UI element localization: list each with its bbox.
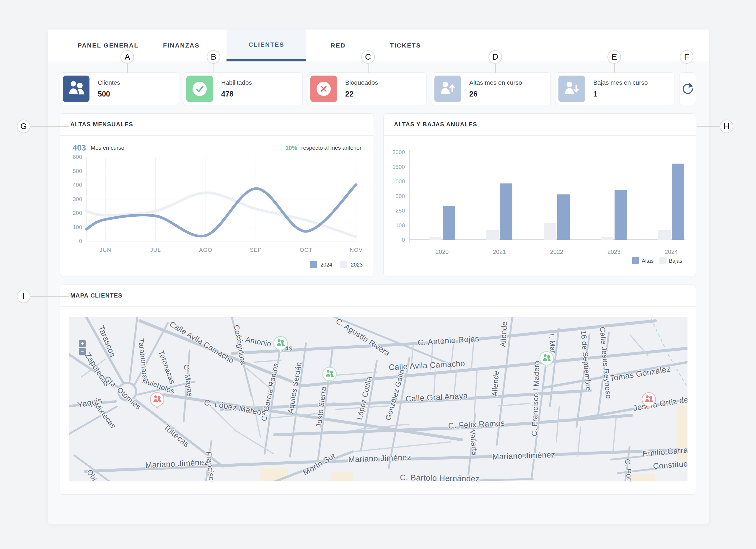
bar-bajas-2023 bbox=[601, 237, 613, 240]
tab-red[interactable]: RED bbox=[328, 30, 349, 61]
svg-text:2024: 2024 bbox=[320, 262, 332, 268]
bar-altas-2024 bbox=[672, 164, 684, 240]
person-down-icon bbox=[558, 76, 585, 102]
bar-altas-2022 bbox=[557, 195, 570, 240]
annotation-marker-I: I bbox=[17, 289, 30, 303]
zoom-out-button[interactable]: − bbox=[79, 348, 86, 355]
clients-map[interactable]: TarascosZapotecasTarahumarasTotonacasHui… bbox=[69, 317, 687, 481]
annotation-line-F bbox=[687, 64, 687, 73]
svg-text:600: 600 bbox=[73, 155, 82, 160]
line-chart-title: ALTAS MENSUALES bbox=[60, 114, 374, 136]
svg-text:300: 300 bbox=[73, 196, 82, 202]
arrow-up-icon: ↑ bbox=[280, 145, 283, 151]
svg-text:AGO: AGO bbox=[199, 247, 212, 253]
annotation-line-C bbox=[368, 64, 369, 73]
annotation-line-I bbox=[30, 296, 69, 297]
bar-bajas-2021 bbox=[486, 230, 499, 240]
tab-finanzas[interactable]: FINANZAS bbox=[160, 30, 203, 61]
svg-text:0: 0 bbox=[402, 237, 405, 243]
annotation-line-B bbox=[214, 64, 214, 73]
map-title: MAPA CLIENTES bbox=[60, 285, 696, 307]
stat-label: Clientes bbox=[98, 79, 120, 86]
bar-altas-2023 bbox=[615, 190, 627, 240]
svg-text:JUN: JUN bbox=[100, 247, 111, 253]
kpi-current-label: Mes en curso bbox=[91, 145, 124, 151]
street-label: I. Mar bbox=[548, 333, 558, 354]
kpi-delta-value: 10% bbox=[285, 145, 297, 152]
stat-card-altas-mes-en-curso: Altas mes en curso 26 bbox=[431, 72, 551, 105]
svg-text:250: 250 bbox=[395, 208, 405, 214]
svg-text:2000: 2000 bbox=[392, 149, 405, 155]
stat-value: 26 bbox=[469, 90, 522, 98]
bar-bajas-2020 bbox=[429, 237, 441, 240]
altas-bajas-anuales-card: ALTAS Y BAJAS ANUALES 010025050010001500… bbox=[383, 113, 696, 276]
mapa-clientes-card: MAPA CLIENTES TarascosZapotecasTarahumar… bbox=[60, 284, 696, 495]
annotation-marker-H: H bbox=[720, 120, 733, 133]
stat-value: 478 bbox=[221, 90, 252, 98]
refresh-icon bbox=[681, 82, 695, 96]
map-canvas: TarascosZapotecasTarahumarasTotonacasHui… bbox=[69, 317, 687, 481]
refresh-button[interactable] bbox=[679, 72, 696, 105]
stat-card-habilitados: Habilitados 478 bbox=[183, 72, 303, 105]
map-zoom-control: + − bbox=[79, 340, 86, 355]
annotation-marker-F: F bbox=[680, 50, 693, 64]
stat-label: Habilitados bbox=[221, 79, 252, 86]
line-chart: 0100200300400500600JUNJULAGOSEPOCTNOV202… bbox=[60, 155, 374, 276]
svg-text:500: 500 bbox=[73, 168, 82, 174]
stat-card-clientes: Clientes 500 bbox=[60, 72, 179, 105]
bar-bajas-2024 bbox=[658, 230, 671, 240]
stat-card-bajas-mes-en-curso: Bajas mes en curso 1 bbox=[555, 72, 675, 105]
kpi-delta-group: ↑ 10% respecto al mes anterior bbox=[280, 145, 361, 152]
kpi-current-value: 403 bbox=[73, 144, 86, 153]
svg-text:Bajas: Bajas bbox=[669, 258, 682, 264]
svg-text:200: 200 bbox=[73, 210, 82, 216]
svg-text:2023: 2023 bbox=[351, 262, 363, 268]
bar-chart-title: ALTAS Y BAJAS ANUALES bbox=[384, 114, 696, 136]
svg-text:OCT: OCT bbox=[300, 247, 312, 253]
stat-value: 500 bbox=[98, 90, 120, 98]
person-up-icon bbox=[434, 76, 461, 102]
annotation-line-E bbox=[614, 64, 615, 73]
stat-label: Bajas mes en curso bbox=[593, 79, 648, 86]
bar-chart: 0100250500100015002000202020212022202320… bbox=[384, 140, 696, 276]
svg-text:JUL: JUL bbox=[150, 247, 161, 253]
svg-text:2024: 2024 bbox=[665, 249, 678, 255]
svg-text:1500: 1500 bbox=[392, 164, 405, 170]
annotation-marker-D: D bbox=[488, 50, 502, 64]
bar-bajas-2022 bbox=[544, 223, 556, 240]
stat-label: Altas mes en curso bbox=[469, 79, 522, 86]
annotation-line-A bbox=[127, 64, 128, 73]
bar-altas-2021 bbox=[500, 183, 512, 240]
svg-text:2023: 2023 bbox=[607, 249, 621, 255]
annotation-marker-B: B bbox=[207, 50, 220, 64]
dashboard-page: { "tabs": [ {"label": "PANEL GENERAL", "… bbox=[0, 0, 756, 549]
svg-text:100: 100 bbox=[73, 224, 82, 230]
stat-value: 1 bbox=[593, 90, 648, 98]
svg-text:2021: 2021 bbox=[493, 249, 506, 255]
svg-text:100: 100 bbox=[395, 222, 405, 229]
dashboard-panel: PANEL GENERALFINANZASCLIENTESREDTICKETS … bbox=[48, 30, 709, 524]
annotation-marker-C: C bbox=[361, 50, 375, 64]
tab-tickets[interactable]: TICKETS bbox=[387, 30, 424, 61]
tab-clientes[interactable]: CLIENTES bbox=[227, 30, 306, 61]
people-icon bbox=[63, 76, 89, 102]
annotation-marker-E: E bbox=[607, 50, 621, 64]
blocked-icon bbox=[310, 76, 337, 102]
svg-text:500: 500 bbox=[395, 193, 405, 199]
annotation-marker-G: G bbox=[17, 120, 30, 133]
svg-text:1000: 1000 bbox=[392, 178, 405, 185]
kpi-delta-note: respecto al mes anterior bbox=[301, 145, 361, 151]
annotation-line-G bbox=[30, 126, 69, 127]
svg-text:0: 0 bbox=[79, 238, 82, 244]
stat-card-bloqueados: Bloqueados 22 bbox=[307, 72, 427, 105]
stat-label: Bloqueados bbox=[345, 79, 378, 86]
svg-text:NOV: NOV bbox=[350, 247, 363, 253]
zoom-in-button[interactable]: + bbox=[79, 340, 86, 347]
street-label: C. Bartolo Hernández bbox=[400, 473, 480, 481]
svg-text:SEP: SEP bbox=[250, 247, 262, 253]
svg-text:Altas: Altas bbox=[642, 258, 654, 264]
annotation-marker-A: A bbox=[120, 50, 134, 64]
annotation-line-D bbox=[495, 64, 496, 73]
check-icon bbox=[186, 76, 213, 102]
series-2024 bbox=[86, 185, 356, 237]
